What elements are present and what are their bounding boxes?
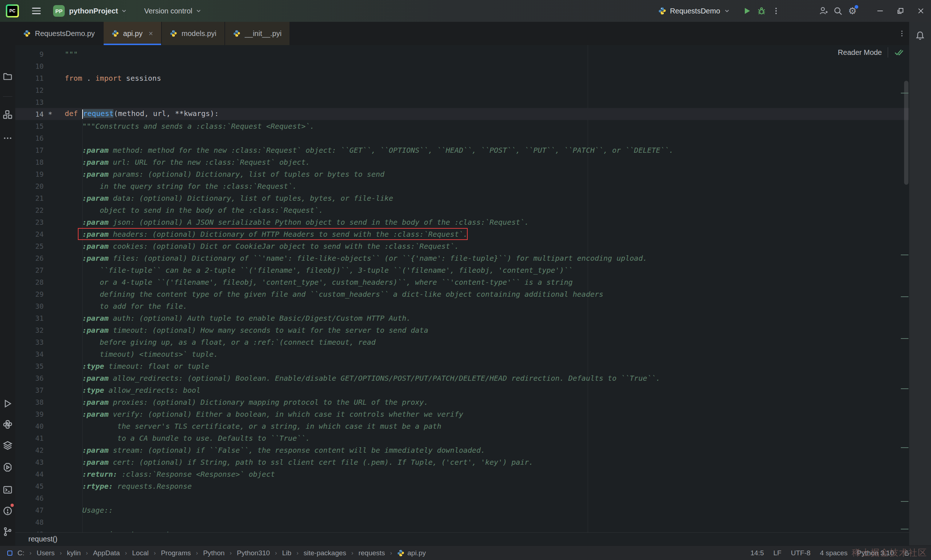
tab-RequestsDemo-py[interactable]: RequestsDemo.py xyxy=(15,22,104,45)
error-stripe-mark[interactable] xyxy=(901,388,908,389)
code-line-33[interactable]: 33 before giving up, as a float, or a :r… xyxy=(15,336,909,348)
line-number[interactable]: 33 xyxy=(15,338,44,346)
line-number[interactable]: 36 xyxy=(15,374,44,382)
code-editor[interactable]: 9"""1011from . import sessions121314*def… xyxy=(15,45,909,532)
breadcrumb-item[interactable]: Programs xyxy=(161,549,191,557)
error-stripe-mark[interactable] xyxy=(901,501,908,502)
code-line-18[interactable]: 18 :param url: URL for the new :class:`R… xyxy=(15,156,909,168)
error-stripe-mark[interactable] xyxy=(901,447,908,448)
code-line-32[interactable]: 32 :param timeout: (optional) How many s… xyxy=(15,324,909,336)
code-line-31[interactable]: 31 :param auth: (optional) Auth tuple to… xyxy=(15,312,909,324)
code-line-20[interactable]: 20 in the query string for the :class:`R… xyxy=(15,180,909,192)
code-line-47[interactable]: 47 Usage:: xyxy=(15,504,909,516)
layers-icon[interactable] xyxy=(3,441,12,450)
window-close-button[interactable] xyxy=(911,0,931,22)
line-number[interactable]: 19 xyxy=(15,170,44,178)
inspections-ok-icon[interactable] xyxy=(894,47,904,57)
code-line-49[interactable]: 49 >>> import requests xyxy=(15,528,909,532)
line-number[interactable]: 37 xyxy=(15,386,44,394)
version-control-menu[interactable]: Version control xyxy=(144,7,202,15)
code-line-42[interactable]: 42 :param stream: (optional) if ``False`… xyxy=(15,444,909,456)
code-line-13[interactable]: 13 xyxy=(15,96,909,108)
code-line-16[interactable]: 16 xyxy=(15,132,909,144)
code-line-36[interactable]: 36 :param allow_redirects: (optional) Bo… xyxy=(15,372,909,384)
more-icon[interactable] xyxy=(3,134,12,143)
line-number[interactable]: 16 xyxy=(15,134,44,142)
line-number[interactable]: 10 xyxy=(15,62,44,70)
line-number[interactable]: 27 xyxy=(15,266,44,274)
line-number[interactable]: 40 xyxy=(15,422,44,430)
line-number[interactable]: 39 xyxy=(15,410,44,418)
line-number[interactable]: 25 xyxy=(15,242,44,250)
line-number[interactable]: 42 xyxy=(15,446,44,454)
tab-api-py[interactable]: api.py✕ xyxy=(104,22,162,45)
code-line-19[interactable]: 19 :param params: (optional) Dictionary,… xyxy=(15,168,909,180)
breadcrumb-item[interactable]: Lib xyxy=(282,549,291,557)
services-play-icon[interactable] xyxy=(3,463,12,472)
error-stripe-mark[interactable] xyxy=(901,529,908,529)
folder-icon[interactable] xyxy=(3,72,12,81)
python-console-icon[interactable] xyxy=(3,420,12,429)
error-stripe-mark[interactable] xyxy=(901,296,908,297)
code-line-23[interactable]: 23 :param json: (optional) A JSON serial… xyxy=(15,216,909,228)
line-number[interactable]: 31 xyxy=(15,314,44,322)
code-line-17[interactable]: 17 :param method: method for the new :cl… xyxy=(15,144,909,156)
line-number[interactable]: 29 xyxy=(15,290,44,298)
line-number[interactable]: 35 xyxy=(15,362,44,370)
line-number[interactable]: 46 xyxy=(15,494,44,502)
code-line-45[interactable]: 45 :rtype: requests.Response xyxy=(15,480,909,492)
line-number[interactable]: 24 xyxy=(15,230,44,238)
code-line-12[interactable]: 12 xyxy=(15,84,909,96)
code-with-me-icon[interactable] xyxy=(816,4,831,18)
code-line-22[interactable]: 22 object to send in the body of the :cl… xyxy=(15,204,909,216)
code-line-26[interactable]: 26 :param files: (optional) Dictionary o… xyxy=(15,252,909,264)
line-number[interactable]: 32 xyxy=(15,326,44,334)
error-stripe-mark[interactable] xyxy=(901,338,908,339)
code-line-29[interactable]: 29 defining the content type of the give… xyxy=(15,288,909,300)
code-line-10[interactable]: 10 xyxy=(15,60,909,72)
code-line-46[interactable]: 46 xyxy=(15,492,909,504)
debug-button[interactable] xyxy=(754,4,769,18)
code-line-9[interactable]: 9""" xyxy=(15,48,909,60)
breadcrumb-item[interactable]: Local xyxy=(132,549,148,557)
code-line-35[interactable]: 35 :type timeout: float or tuple xyxy=(15,360,909,372)
code-line-38[interactable]: 38 :param proxies: (optional) Dictionary… xyxy=(15,396,909,408)
code-line-37[interactable]: 37 :type allow_redirects: bool xyxy=(15,384,909,396)
structure-icon[interactable] xyxy=(3,110,12,119)
window-restore-button[interactable] xyxy=(890,0,911,22)
python-interpreter[interactable]: Python 3.10 xyxy=(857,549,894,557)
line-number[interactable]: 34 xyxy=(15,350,44,358)
code-line-14[interactable]: 14*def request(method, url, **kwargs): xyxy=(15,108,909,120)
line-number[interactable]: 17 xyxy=(15,146,44,154)
indent-style[interactable]: 4 spaces xyxy=(820,549,848,557)
breadcrumb-item[interactable]: requests xyxy=(359,549,385,557)
code-line-11[interactable]: 11from . import sessions xyxy=(15,72,909,84)
error-stripe-mark[interactable] xyxy=(901,93,908,94)
git-branch-icon[interactable] xyxy=(3,527,12,536)
context-breadcrumb[interactable]: request() xyxy=(28,535,57,543)
line-number[interactable]: 13 xyxy=(15,98,44,106)
problems-icon[interactable] xyxy=(3,506,12,515)
lock-icon[interactable] xyxy=(903,550,910,556)
reader-mode-widget[interactable]: Reader Mode xyxy=(838,47,904,57)
line-number[interactable]: 23 xyxy=(15,218,44,226)
tab--init-pyi[interactable]: __init__.pyi xyxy=(225,22,290,45)
code-line-27[interactable]: 27 ``file-tuple`` can be a 2-tuple ``('f… xyxy=(15,264,909,276)
line-separator[interactable]: LF xyxy=(774,549,782,557)
scrollbar-thumb[interactable] xyxy=(904,81,908,185)
line-number[interactable]: 38 xyxy=(15,398,44,406)
code-line-21[interactable]: 21 :param data: (optional) Dictionary, l… xyxy=(15,192,909,204)
settings-gear-icon[interactable]: ⚙ xyxy=(845,4,860,18)
error-stripe-mark[interactable] xyxy=(901,255,908,255)
code-line-24[interactable]: 24 :param headers: (optional) Dictionary… xyxy=(15,228,909,240)
code-line-39[interactable]: 39 :param verify: (optional) Either a bo… xyxy=(15,408,909,420)
line-number[interactable]: 15 xyxy=(15,122,44,130)
line-number[interactable]: 28 xyxy=(15,278,44,286)
line-number[interactable]: 41 xyxy=(15,434,44,442)
line-number[interactable]: 45 xyxy=(15,482,44,490)
line-number[interactable]: 48 xyxy=(15,518,44,526)
line-number[interactable]: 43 xyxy=(15,458,44,466)
caret-position[interactable]: 14:5 xyxy=(751,549,764,557)
code-line-41[interactable]: 41 to a CA bundle to use. Defaults to ``… xyxy=(15,432,909,444)
run-configuration-selector[interactable]: RequestsDemo xyxy=(658,7,730,15)
